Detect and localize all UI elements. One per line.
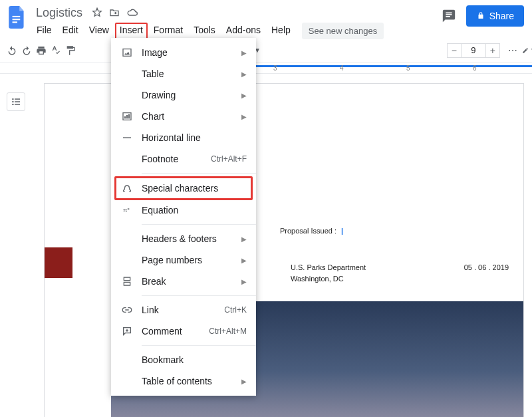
menu-insert-comment[interactable]: Comment Ctrl+Alt+M [111, 321, 256, 342]
submenu-caret-icon: ▶ [241, 70, 247, 78]
submenu-caret-icon: ▶ [241, 278, 247, 285]
svg-rect-6 [128, 114, 130, 119]
menubar: File Edit View Insert Format Tools Add-o… [32, 23, 441, 39]
spellcheck-button[interactable] [51, 43, 61, 58]
svg-rect-1 [13, 19, 21, 20]
move-icon[interactable] [109, 7, 120, 18]
menu-insert-chart[interactable]: Chart ▶ [111, 106, 256, 127]
submenu-caret-icon: ▶ [241, 113, 247, 120]
toolbar: ▼ − 9 + ⋯ ▼ [0, 38, 532, 63]
menu-insert-equation[interactable]: π² Equation [111, 200, 256, 221]
menu-insert-break[interactable]: Break ▶ [111, 271, 256, 292]
menu-insert-page-numbers[interactable]: Page numbers ▶ [111, 249, 256, 271]
see-new-changes-button[interactable]: See new changes [302, 23, 384, 39]
print-button[interactable] [36, 43, 47, 58]
share-button[interactable]: Share [466, 5, 524, 27]
redo-button[interactable] [21, 43, 32, 58]
text-city: Washington, DC [291, 275, 344, 283]
red-shape [45, 247, 72, 278]
menu-insert-link[interactable]: Link Ctrl+K [111, 299, 256, 321]
font-size-increment[interactable]: + [485, 43, 500, 58]
menu-insert-bookmark[interactable]: Bookmark [111, 349, 256, 370]
menu-format[interactable]: Format [149, 23, 188, 39]
text-cursor: | [341, 227, 343, 235]
submenu-caret-icon: ▶ [241, 378, 247, 385]
menu-insert-image[interactable]: Image ▶ [111, 42, 256, 63]
menu-insert-table[interactable]: Table ▶ [111, 63, 256, 84]
menu-file[interactable]: File [32, 23, 57, 39]
text-department: U.S. Parks Department [291, 263, 366, 271]
svg-rect-5 [126, 115, 128, 118]
text-proposal: Proposal Issued : [280, 227, 336, 235]
submenu-caret-icon: ▶ [241, 235, 247, 243]
comments-icon[interactable] [441, 8, 457, 24]
paint-format-button[interactable] [65, 43, 76, 58]
menu-insert-footnote[interactable]: Footnote Ctrl+Alt+F [111, 148, 256, 170]
svg-text:π²: π² [123, 207, 130, 213]
outline-icon[interactable] [7, 92, 25, 111]
menu-insert-drawing[interactable]: Drawing ▶ [111, 84, 256, 106]
submenu-caret-icon: ▶ [241, 257, 247, 264]
menu-insert-table-of-contents[interactable]: Table of contents ▶ [111, 370, 256, 392]
link-icon [120, 303, 134, 317]
undo-button[interactable] [7, 43, 17, 58]
submenu-caret-icon: ▶ [241, 92, 247, 99]
font-size-input[interactable]: 9 [462, 43, 485, 58]
submenu-caret-icon: ▶ [241, 49, 247, 57]
share-label: Share [489, 11, 514, 21]
document-title[interactable]: Logistics [32, 6, 86, 20]
editing-mode-button[interactable]: ▼ [522, 43, 532, 58]
more-toolbar-icon[interactable]: ⋯ [508, 45, 518, 56]
comment-icon [120, 325, 134, 338]
document-canvas[interactable]: Proposal Issued : | U.S. Parks Departmen… [32, 74, 532, 417]
menu-insert[interactable]: Insert [115, 23, 148, 39]
text-date: 05 . 06 . 2019 [464, 263, 509, 271]
chart-icon [120, 110, 134, 123]
menu-edit[interactable]: Edit [58, 23, 83, 39]
line-icon [120, 131, 134, 144]
omega-icon [120, 182, 134, 195]
menu-help[interactable]: Help [267, 23, 295, 39]
font-size-decrement[interactable]: − [447, 43, 462, 58]
docs-logo[interactable] [5, 5, 29, 29]
break-icon [120, 275, 134, 288]
menu-insert-horizontal-line[interactable]: Horizontal line [111, 127, 256, 148]
menu-tools[interactable]: Tools [189, 23, 220, 39]
image-icon [120, 46, 134, 59]
ruler[interactable]: 3 4 5 6 [0, 63, 532, 74]
svg-rect-4 [124, 116, 126, 118]
menu-addons[interactable]: Add-ons [221, 23, 265, 39]
insert-dropdown-menu: Image ▶ Table ▶ Drawing ▶ Chart ▶ Horizo… [111, 38, 256, 396]
svg-rect-0 [13, 16, 21, 17]
cloud-icon[interactable] [126, 7, 138, 18]
svg-rect-2 [13, 21, 17, 23]
menu-insert-special-characters[interactable]: Special characters [111, 177, 256, 200]
star-icon[interactable] [92, 7, 102, 18]
pi-icon: π² [120, 204, 134, 217]
menu-view[interactable]: View [84, 23, 114, 39]
menu-insert-headers-footers[interactable]: Headers & footers ▶ [111, 228, 256, 249]
